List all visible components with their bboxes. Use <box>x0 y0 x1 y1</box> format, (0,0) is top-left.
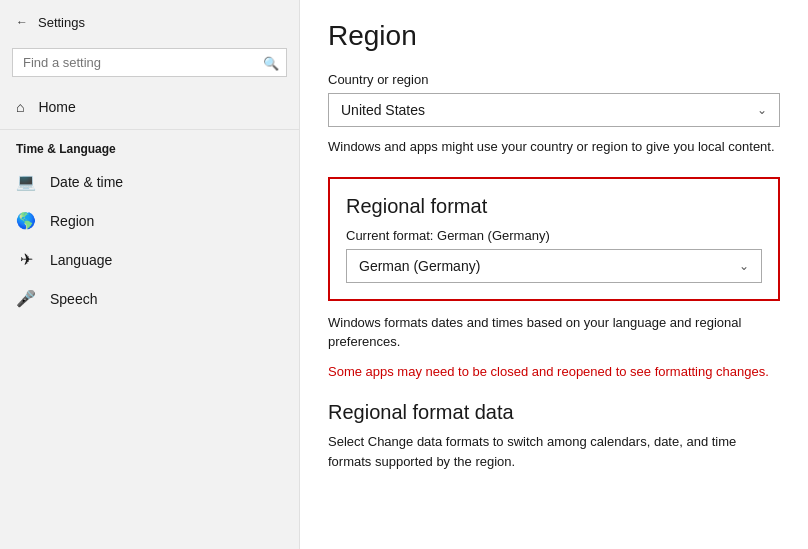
regional-format-box: Regional format Current format: German (… <box>328 177 780 301</box>
format-dropdown[interactable]: German (Germany) ⌄ <box>346 249 762 283</box>
chevron-down-icon: ⌄ <box>757 103 767 117</box>
home-label: Home <box>38 99 75 115</box>
chevron-down-icon: ⌄ <box>739 259 749 273</box>
regional-format-title: Regional format <box>346 195 762 218</box>
country-description: Windows and apps might use your country … <box>328 137 780 157</box>
sidebar: ← Settings 🔍 ⌂ Home Time & Language 💻 Da… <box>0 0 300 549</box>
regional-format-data-title: Regional format data <box>328 401 780 424</box>
current-format-label: Current format: German (Germany) <box>346 228 762 243</box>
sidebar-item-home[interactable]: ⌂ Home <box>0 89 299 125</box>
region-icon: 🌎 <box>16 211 36 230</box>
sidebar-item-speech[interactable]: 🎤 Speech <box>0 279 299 318</box>
sidebar-item-label: Region <box>50 213 94 229</box>
main-content: Region Country or region United States ⌄… <box>300 0 808 549</box>
format-description: Windows formats dates and times based on… <box>328 313 780 352</box>
app-title: Settings <box>38 15 85 30</box>
sidebar-divider <box>0 129 299 130</box>
home-icon: ⌂ <box>16 99 24 115</box>
sidebar-item-label: Date & time <box>50 174 123 190</box>
speech-icon: 🎤 <box>16 289 36 308</box>
regional-format-data-description: Select Change data formats to switch amo… <box>328 432 780 471</box>
country-dropdown[interactable]: United States ⌄ <box>328 93 780 127</box>
search-icon: 🔍 <box>263 55 279 70</box>
sidebar-item-date-time[interactable]: 💻 Date & time <box>0 162 299 201</box>
sidebar-section-label: Time & Language <box>0 134 299 162</box>
sidebar-item-label: Speech <box>50 291 97 307</box>
sidebar-item-label: Language <box>50 252 112 268</box>
page-title: Region <box>328 20 780 52</box>
search-container: 🔍 <box>12 48 287 77</box>
language-icon: ✈ <box>16 250 36 269</box>
sidebar-item-region[interactable]: 🌎 Region <box>0 201 299 240</box>
country-label: Country or region <box>328 72 780 87</box>
country-selected-value: United States <box>341 102 425 118</box>
search-input[interactable] <box>12 48 287 77</box>
format-selected-value: German (Germany) <box>359 258 480 274</box>
sidebar-item-language[interactable]: ✈ Language <box>0 240 299 279</box>
warning-text: Some apps may need to be closed and reop… <box>328 362 780 382</box>
back-button[interactable]: ← <box>16 15 28 29</box>
sidebar-header: ← Settings <box>0 0 299 44</box>
date-time-icon: 💻 <box>16 172 36 191</box>
